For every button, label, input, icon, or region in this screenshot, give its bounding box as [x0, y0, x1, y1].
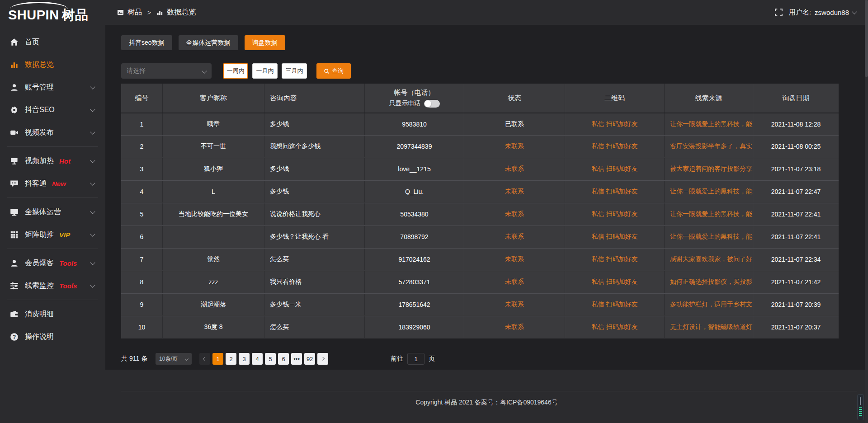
cell-qrcode[interactable]: 私信 扫码加好友	[565, 271, 665, 293]
question-icon: ?	[10, 333, 19, 341]
cell-source[interactable]: 客厅安装投影半年多了，真实...	[665, 136, 753, 157]
chart-icon	[10, 61, 19, 69]
cell-no: 6	[121, 226, 163, 248]
time-button-三月内[interactable]: 三月内	[282, 63, 307, 79]
next-page-button[interactable]	[317, 353, 328, 365]
sidebar-item-矩阵助推[interactable]: 矩阵助推 VIP	[0, 223, 105, 246]
chevron-down-icon	[90, 209, 95, 214]
sidebar-item-线索监控[interactable]: 线索监控 Tools	[0, 274, 105, 297]
cell-qrcode[interactable]: 私信 扫码加好友	[565, 158, 665, 180]
cell-status: 未联系	[464, 316, 565, 338]
breadcrumb-current: 数据总览	[167, 8, 196, 17]
cell-source[interactable]: 让你一眼就爱上的黑科技，能...	[665, 203, 753, 225]
widget-stripes-icon	[859, 407, 862, 417]
sidebar-menu: 首页 数据总览 账号管理 抖音SEO 视频发布 视频加热 Hot 抖客通 New…	[0, 26, 105, 348]
tab-抖音seo数据[interactable]: 抖音seo数据	[121, 35, 172, 50]
cell-qrcode[interactable]: 私信 扫码加好友	[565, 181, 665, 202]
page-button-92[interactable]: 92	[304, 353, 315, 365]
scrollbar-thumb[interactable]	[865, 0, 868, 77]
cell-date: 2021-11-07 20:37	[753, 316, 839, 338]
cell-qrcode[interactable]: 私信 扫码加好友	[565, 249, 665, 270]
page-button-3[interactable]: 3	[239, 353, 250, 365]
cell-source[interactable]: 让你一眼就爱上的黑科技，能...	[665, 181, 753, 202]
sidebar-item-账号管理[interactable]: 账号管理	[0, 76, 105, 99]
tab-全媒体运营数据[interactable]: 全媒体运营数据	[179, 35, 238, 50]
cell-qrcode[interactable]: 私信 扫码加好友	[565, 294, 665, 315]
cell-status: 未联系	[464, 249, 565, 270]
chevron-down-icon	[852, 9, 857, 14]
page-size-select[interactable]: 10条/页	[156, 353, 192, 365]
question-icon: ?	[10, 333, 19, 341]
sidebar-item-视频加热[interactable]: 视频加热 Hot	[0, 150, 105, 172]
cell-no: 4	[121, 181, 163, 202]
browser-extension-widget[interactable]	[857, 394, 864, 420]
sidebar-item-label: 消费明细	[25, 310, 54, 319]
tab-询盘数据[interactable]: 询盘数据	[245, 35, 285, 50]
sidebar-item-label: 全媒体运营	[25, 207, 61, 217]
user-menu[interactable]: 用户名: zswodun88	[789, 8, 856, 17]
prev-page-button[interactable]	[199, 353, 210, 365]
sidebar-item-全媒体运营[interactable]: 全媒体运营	[0, 201, 105, 223]
cell-date: 2021-11-07 21:42	[753, 271, 839, 293]
cell-nickname: 觉然	[163, 249, 264, 270]
time-button-一月内[interactable]: 一月内	[252, 63, 278, 79]
column-header-label: 帐号（电话）	[394, 89, 435, 97]
cell-nickname: 狐小狸	[163, 158, 264, 180]
phone-only-toggle[interactable]	[424, 100, 440, 108]
home-icon	[10, 38, 19, 47]
cell-source[interactable]: 让你一眼就爱上的黑科技，能...	[665, 113, 753, 135]
table-row: 5当地比较能吃的一位美女说说价格让我死心50534380未联系私信 扫码加好友让…	[121, 203, 839, 226]
sidebar-item-消费明细[interactable]: 消费明细	[0, 303, 105, 325]
page-button-5[interactable]: 5	[265, 353, 276, 365]
cell-qrcode[interactable]: 私信 扫码加好友	[565, 316, 665, 338]
cell-qrcode[interactable]: 私信 扫码加好友	[565, 226, 665, 248]
pagination: 共 911 条 10条/页 123456•••92 前往 页	[121, 352, 435, 365]
query-button[interactable]: 查询	[316, 63, 351, 79]
chevron-down-icon	[90, 260, 95, 265]
sidebar-item-视频发布[interactable]: 视频发布	[0, 121, 105, 144]
fullscreen-icon[interactable]	[775, 9, 783, 16]
table-row: 1哦章多少钱9583810已联系私信 扫码加好友让你一眼就爱上的黑科技，能...…	[121, 113, 839, 135]
goto-page-input[interactable]	[407, 353, 425, 365]
sidebar-item-抖客通[interactable]: 抖客通 New	[0, 172, 105, 195]
breadcrumb-root[interactable]: 树品	[127, 8, 142, 17]
sidebar-item-会员爆客[interactable]: 会员爆客 Tools	[0, 252, 105, 274]
cell-source[interactable]: 如何正确选择投影仪，买投影...	[665, 271, 753, 293]
filter-bar: 请选择 一周内一月内三月内 查询	[121, 63, 351, 79]
cell-source[interactable]: 感谢大家喜欢我家，被问了好...	[665, 249, 753, 270]
sidebar-item-数据总览[interactable]: 数据总览	[0, 53, 105, 76]
page-button-1[interactable]: 1	[212, 353, 223, 365]
chat-icon	[10, 179, 19, 188]
cell-qrcode[interactable]: 私信 扫码加好友	[565, 203, 665, 225]
cell-qrcode[interactable]: 私信 扫码加好友	[565, 113, 665, 135]
copyright-text: Copyright 树品 2021 备案号：粤ICP备09019646号	[105, 399, 868, 407]
cell-qrcode[interactable]: 私信 扫码加好友	[565, 136, 665, 157]
user-icon	[10, 83, 19, 92]
page-button-2[interactable]: 2	[226, 353, 236, 365]
sidebar-item-抖音SEO[interactable]: 抖音SEO	[0, 99, 105, 121]
cell-date: 2021-11-07 22:41	[753, 226, 839, 248]
page-scrollbar[interactable]	[865, 0, 868, 423]
page-button-6[interactable]: 6	[278, 353, 289, 365]
sidebar-item-操作说明[interactable]: ? 操作说明	[0, 325, 105, 348]
table-row: 6多少钱？让我死心 看70898792未联系私信 扫码加好友让你一眼就爱上的黑科…	[121, 226, 839, 248]
table-row: 8zzz我只看价格572803371未联系私信 扫码加好友如何正确选择投影仪，买…	[121, 271, 839, 293]
sidebar: SHUPIN树品 首页 数据总览 账号管理 抖音SEO 视频发布 视频加热 Ho…	[0, 0, 105, 423]
member-icon	[10, 259, 19, 268]
sidebar-item-首页[interactable]: 首页	[0, 31, 105, 53]
page-button-4[interactable]: 4	[252, 353, 263, 365]
data-tabs: 抖音seo数据全媒体运营数据询盘数据	[121, 35, 285, 50]
cell-source[interactable]: 被大家追着问的客厅投影分享...	[665, 158, 753, 180]
cell-source[interactable]: 多功能护栏灯，适用于乡村文...	[665, 294, 753, 315]
time-button-一周内[interactable]: 一周内	[223, 63, 248, 79]
goto-page: 前往 页	[391, 353, 435, 365]
cell-source[interactable]: 无主灯设计，智能磁吸轨道灯...	[665, 316, 753, 338]
cell-source[interactable]: 让你一眼就爱上的黑科技，能...	[665, 226, 753, 248]
column-header-客户昵称: 客户昵称	[163, 84, 264, 113]
cell-date: 2021-11-07 22:34	[753, 249, 839, 270]
goto-label: 前往	[391, 355, 403, 363]
page-button-•••[interactable]: •••	[291, 353, 302, 365]
filter-select[interactable]: 请选择	[121, 63, 212, 79]
video-icon	[10, 128, 19, 137]
chevron-down-icon	[90, 107, 95, 112]
